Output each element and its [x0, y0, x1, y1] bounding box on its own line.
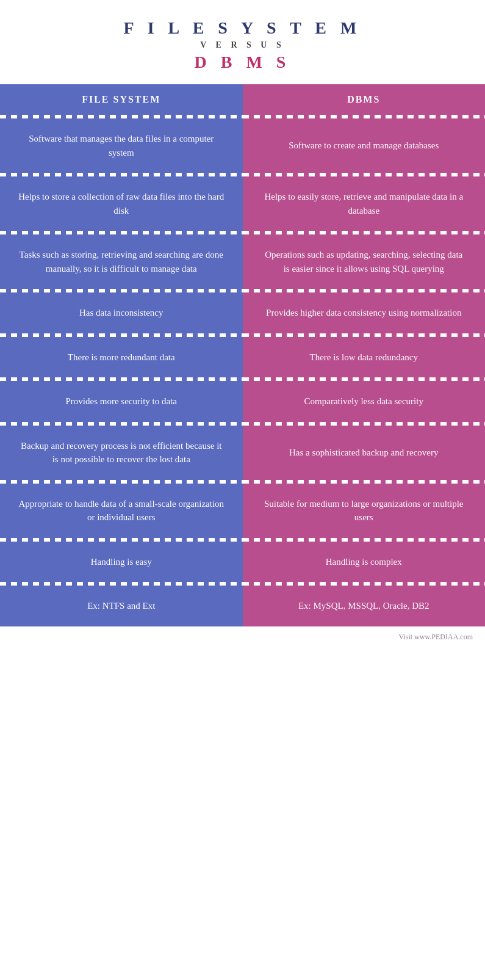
fs-cell-6: Backup and recovery process is not effic… — [0, 426, 243, 480]
fs-cell-9: Ex: NTFS and Ext — [0, 586, 243, 626]
fs-cell-8: Handling is easy — [0, 542, 243, 583]
fs-cell-2: Tasks such as storing, retrieving and se… — [0, 234, 243, 289]
table-row-7: Appropriate to handle data of a small-sc… — [0, 484, 485, 538]
table-row-2: Tasks such as storing, retrieving and se… — [0, 234, 485, 289]
fs-cell-5: Provides more security to data — [0, 381, 243, 422]
table-header-row: FILE SYSTEM DBMS — [0, 84, 485, 115]
table-row-5: Provides more security to data Comparati… — [0, 381, 485, 422]
dbms-header-cell: DBMS — [243, 84, 486, 115]
fs-cell-1: Helps to store a collection of raw data … — [0, 176, 243, 231]
comparison-table: FILE SYSTEM DBMS Software that manages t… — [0, 84, 485, 626]
fs-cell-7: Appropriate to handle data of a small-sc… — [0, 484, 243, 538]
title-dbms: D B M S — [12, 53, 473, 72]
filesystem-header-cell: FILE SYSTEM — [0, 84, 243, 115]
header: F I L E S Y S T E M V E R S U S D B M S — [0, 0, 485, 78]
fs-cell-3: Has data inconsistency — [0, 292, 243, 333]
fs-cell-0: Software that manages the data files in … — [0, 118, 243, 173]
title-versus: V E R S U S — [12, 40, 473, 50]
table-row-9: Ex: NTFS and Ext Ex: MySQL, MSSQL, Oracl… — [0, 586, 485, 626]
db-cell-6: Has a sophisticated backup and recovery — [243, 426, 486, 480]
db-cell-8: Handling is complex — [243, 542, 486, 583]
title-file-system: F I L E S Y S T E M — [12, 18, 473, 38]
table-row-4: There is more redundant data There is lo… — [0, 337, 485, 378]
db-cell-0: Software to create and manage databases — [243, 118, 486, 173]
db-cell-4: There is low data redundancy — [243, 337, 486, 378]
footer-note: Visit www.PEDIAA.com — [0, 626, 485, 648]
db-cell-1: Helps to easily store, retrieve and mani… — [243, 176, 486, 231]
db-cell-3: Provides higher data consistency using n… — [243, 292, 486, 333]
db-cell-7: Suitable for medium to large organizatio… — [243, 484, 486, 538]
db-cell-9: Ex: MySQL, MSSQL, Oracle, DB2 — [243, 586, 486, 626]
fs-cell-4: There is more redundant data — [0, 337, 243, 378]
table-row-8: Handling is easy Handling is complex — [0, 542, 485, 583]
db-cell-2: Operations such as updating, searching, … — [243, 234, 486, 289]
table-row-0: Software that manages the data files in … — [0, 118, 485, 173]
table-row-6: Backup and recovery process is not effic… — [0, 426, 485, 480]
table-row-1: Helps to store a collection of raw data … — [0, 176, 485, 231]
table-row-3: Has data inconsistency Provides higher d… — [0, 292, 485, 333]
db-cell-5: Comparatively less data security — [243, 381, 486, 422]
